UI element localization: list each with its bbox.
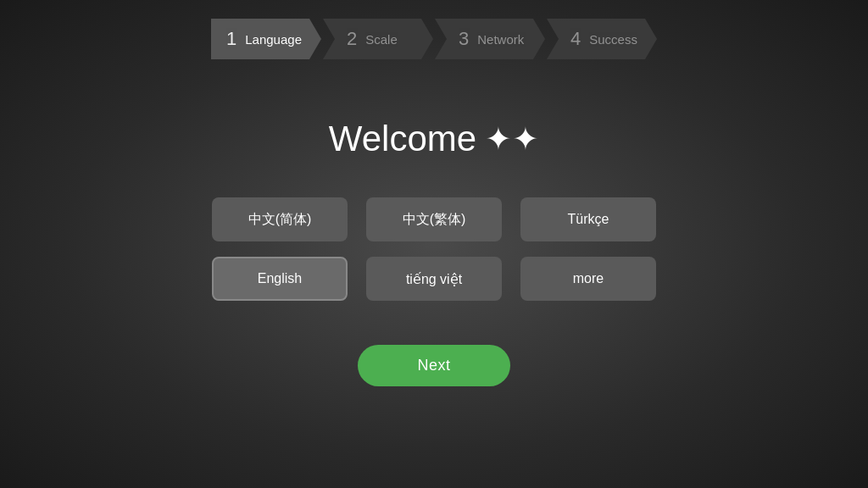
step-2-number: 2: [347, 28, 357, 50]
step-4-success[interactable]: 4 Success: [547, 19, 657, 59]
step-1-language[interactable]: 1 Language: [211, 19, 321, 59]
language-button-zh-simplified[interactable]: 中文(简体): [212, 197, 348, 241]
step-3-label: Network: [477, 32, 524, 47]
welcome-text: Welcome: [329, 119, 476, 159]
step-3-network[interactable]: 3 Network: [435, 19, 545, 59]
language-button-turkish[interactable]: Türkçe: [520, 197, 656, 241]
step-4-number: 4: [570, 28, 581, 50]
sparkle-icon: ✦✦: [485, 120, 539, 158]
welcome-section: Welcome ✦✦ 中文(简体) 中文(繁体) Türkçe English …: [212, 119, 656, 301]
language-button-zh-traditional[interactable]: 中文(繁体): [366, 197, 502, 241]
stepper: 1 Language 2 Scale 3 Network 4 Success: [211, 19, 657, 59]
language-button-english[interactable]: English: [212, 257, 348, 301]
step-3-number: 3: [459, 28, 469, 50]
language-button-more[interactable]: more: [520, 257, 656, 301]
step-2-label: Scale: [365, 32, 398, 47]
language-grid: 中文(简体) 中文(繁体) Türkçe English tiếng việt …: [212, 197, 656, 301]
next-button[interactable]: Next: [358, 345, 509, 386]
step-1-number: 1: [226, 28, 236, 50]
step-4-label: Success: [589, 32, 637, 47]
step-2-scale[interactable]: 2 Scale: [323, 19, 433, 59]
step-1-label: Language: [245, 32, 302, 47]
welcome-title: Welcome ✦✦: [329, 119, 539, 159]
language-button-vietnamese[interactable]: tiếng việt: [366, 257, 502, 301]
